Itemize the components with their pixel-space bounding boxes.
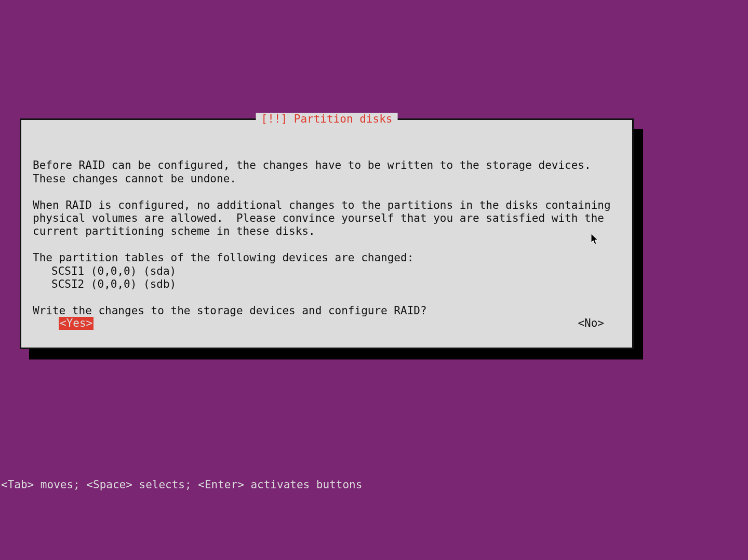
no-button[interactable]: <No> [578,317,604,330]
changed-device: SCSI1 (0,0,0) (sda) [33,265,176,277]
dialog-button-row: <Yes> <No> [33,317,621,330]
changed-devices-intro: The partition tables of the following de… [33,251,413,264]
key-hint-bar: <Tab> moves; <Space> selects; <Enter> ac… [0,478,748,491]
dialog-body: Before RAID can be configured, the chang… [33,146,621,331]
dialog-paragraph-1: Before RAID can be configured, the chang… [33,159,597,184]
dialog-title-wrap: [!!] Partition disks [256,113,398,126]
changed-device: SCSI2 (0,0,0) (sdb) [33,278,176,290]
dialog-title-text: Partition disks [294,113,393,125]
partition-disks-dialog: [!!] Partition disks Before RAID can be … [20,118,634,349]
dialog-question: Write the changes to the storage devices… [33,304,427,317]
dialog-paragraph-2: When RAID is configured, no additional c… [33,199,617,238]
dialog-title-bang: [!!] [261,113,294,125]
yes-button[interactable]: <Yes> [59,317,94,330]
